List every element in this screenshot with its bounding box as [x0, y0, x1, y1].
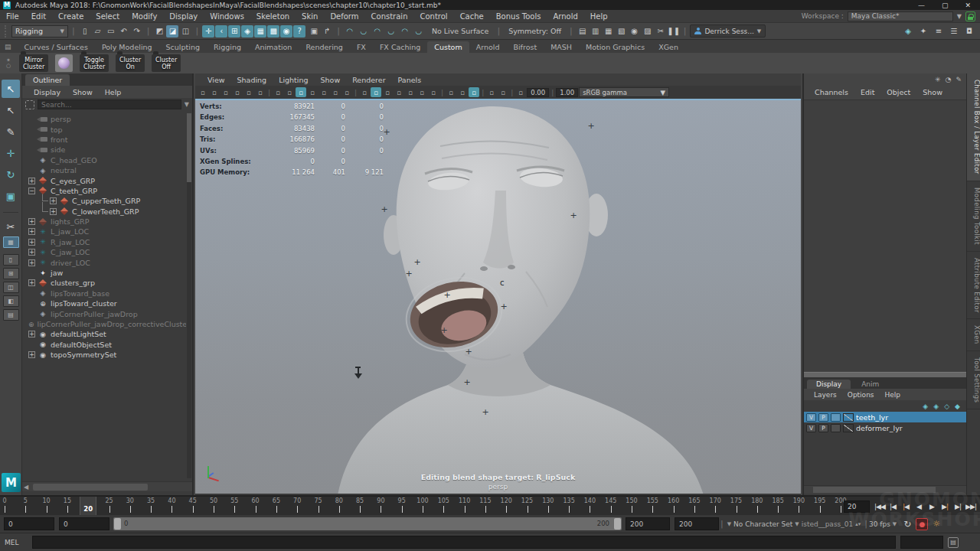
layer-visibility-toggle[interactable]: V: [806, 424, 816, 432]
expand-icon[interactable]: +: [28, 331, 35, 337]
outliner-item-jaw[interactable]: ✦jaw: [22, 268, 186, 278]
screen-space-ao-icon[interactable]: ▫: [416, 87, 427, 97]
shelf-tab-motion-graphics[interactable]: Motion Graphics: [579, 41, 652, 53]
range-end-handle[interactable]: [614, 518, 621, 530]
search-input[interactable]: [38, 99, 181, 109]
locator-cross-icon[interactable]: +: [440, 328, 447, 334]
play-backwards-icon[interactable]: ◀: [913, 500, 925, 513]
layer-menu-help[interactable]: Help: [880, 391, 906, 399]
exposure-field[interactable]: 0.00: [527, 88, 549, 97]
menu-control[interactable]: Control: [413, 11, 453, 22]
channel-box-menu-channels[interactable]: Channels: [808, 88, 854, 96]
outliner-item-clusters-grp[interactable]: +clusters_grp: [22, 278, 186, 288]
outliner-item-c-lowerteeth-grp[interactable]: +C_lowerTeeth_GRP: [22, 207, 186, 217]
locator-cross-icon[interactable]: +: [465, 349, 472, 355]
outliner-item-persp[interactable]: persp: [22, 114, 186, 124]
step-back-frame-icon[interactable]: |◀: [887, 500, 899, 513]
snap-curve-icon[interactable]: ‹: [215, 25, 227, 37]
hypershade-icon[interactable]: ◉: [629, 25, 641, 37]
redo-icon[interactable]: ↷: [131, 25, 143, 37]
channel-show-manipulators-icon[interactable]: ✳: [935, 76, 941, 83]
snap-together-icon[interactable]: ?: [293, 25, 305, 37]
chevron-down-icon[interactable]: ▼: [727, 521, 731, 527]
locator-cross-icon[interactable]: +: [463, 380, 470, 386]
minimize-icon[interactable]: —: [918, 2, 925, 9]
layer-menu-options[interactable]: Options: [842, 391, 880, 399]
outliner-item-side[interactable]: side: [22, 145, 186, 155]
colorspace-dropdown[interactable]: sRGB gamma▼: [579, 87, 669, 97]
outliner-item-lipstoward-base[interactable]: ◈lipsToward_base: [22, 289, 186, 298]
new-scene-icon[interactable]: ▯: [79, 25, 91, 37]
go-to-start-icon[interactable]: |◀◀: [874, 500, 886, 513]
locator-cross-icon[interactable]: +: [443, 292, 450, 298]
custom-layout-icon[interactable]: ▤: [3, 309, 19, 321]
outliner-item-front[interactable]: front: [22, 135, 186, 145]
two-d-pan-icon[interactable]: ▫: [255, 87, 266, 97]
shelf-tab-mash[interactable]: MASH: [544, 41, 579, 53]
outliner-horizontal-scrollbar[interactable]: ◀: [22, 481, 192, 491]
auto-keyframe-icon[interactable]: ●: [916, 518, 928, 530]
outliner-item-toposymmetryset[interactable]: +◉topoSymmetrySet: [22, 350, 186, 360]
current-layout-icon[interactable]: ▦: [3, 236, 19, 248]
shelf-tab-poly-modeling[interactable]: Poly Modeling: [95, 41, 159, 53]
outliner-item-driver-loc[interactable]: +✳driver_LOC: [22, 257, 186, 267]
lock-selection-icon[interactable]: ▣: [308, 25, 320, 37]
viewport-menu-show[interactable]: Show: [315, 76, 347, 84]
shelf-tab-custom[interactable]: Custom: [427, 41, 469, 53]
open-scene-icon[interactable]: ▱: [92, 25, 104, 37]
shadows-icon[interactable]: ▫: [405, 87, 416, 97]
outliner-item-c-eyes-grp[interactable]: +C_eyes_GRP: [22, 175, 186, 185]
user-account-chip[interactable]: Derrick Sess... ▼: [690, 24, 766, 37]
shelf-tab-arnold[interactable]: Arnold: [469, 41, 507, 53]
chevron-down-icon[interactable]: ▼: [957, 13, 962, 20]
viewport-menu-renderer[interactable]: Renderer: [346, 76, 391, 84]
menu-select[interactable]: Select: [90, 11, 126, 22]
layer-tab-display[interactable]: Display: [807, 380, 851, 389]
select-camera-icon[interactable]: ▫: [198, 87, 208, 97]
cluster-deformer-icon[interactable]: ◠: [344, 25, 356, 37]
persp-outliner-layout-icon[interactable]: ◫: [3, 282, 19, 293]
layer-from-selected-icon[interactable]: ◆: [955, 403, 960, 410]
bind-skin-icon[interactable]: ◡: [385, 25, 397, 37]
range-bar[interactable]: 0 200: [113, 517, 622, 530]
outliner-item-defaultobjectset[interactable]: ◉defaultObjectSet: [22, 340, 186, 350]
fps-menu[interactable]: 30 fps: [869, 520, 890, 528]
sidebar-tab-xgen[interactable]: XGen: [967, 319, 980, 351]
select-by-name-icon[interactable]: [25, 100, 34, 109]
sidebar-tab-tool-settings[interactable]: Tool Settings: [967, 351, 980, 409]
playblast-icon[interactable]: ▤: [577, 25, 589, 37]
expand-icon[interactable]: +: [28, 218, 35, 225]
character-controls-icon[interactable]: ✦: [917, 25, 929, 37]
paint-select-tool-icon[interactable]: ✎: [2, 122, 20, 141]
sidebar-tab-channel-box-layer-editor[interactable]: Channel Box / Layer Editor: [967, 73, 980, 181]
step-forward-key-icon[interactable]: ▶|: [939, 500, 951, 513]
snap-move-icon[interactable]: ✛: [202, 25, 214, 37]
locator-cross-icon[interactable]: +: [413, 259, 420, 266]
channel-box-menu-edit[interactable]: Edit: [854, 88, 880, 96]
panel-splitter[interactable]: [804, 372, 968, 378]
make-live-icon[interactable]: ◉: [280, 25, 292, 37]
playback-end-field[interactable]: [626, 517, 670, 530]
isolate-select-icon[interactable]: ▫: [469, 87, 479, 97]
outliner-item-neutral[interactable]: ◈neutral: [22, 165, 186, 175]
bookmark-icon[interactable]: ▫: [232, 87, 243, 97]
command-result-field[interactable]: [900, 536, 943, 549]
layer-color-swatch[interactable]: [843, 424, 854, 432]
attribute-editor-toggle-icon[interactable]: ☰: [948, 25, 960, 37]
shelf-button-toggle-cluster[interactable]: ToggleCluster: [80, 54, 109, 72]
timeline-ruler[interactable]: 0510152025303540455055606570758085909510…: [5, 497, 841, 517]
outliner-item-lipcornerpuller-jawdrop-correctivecluster[interactable]: ⊕lipCornerPuller_jawDrop_correctiveClust…: [22, 319, 186, 329]
outliner-item-top[interactable]: top: [22, 124, 186, 134]
field-chart-icon[interactable]: ▫: [318, 87, 329, 97]
menuset-dropdown[interactable]: Rigging▼: [11, 25, 68, 37]
channel-box-menu-object[interactable]: Object: [880, 88, 916, 96]
command-language-toggle[interactable]: MEL: [5, 539, 28, 546]
cut-icon[interactable]: ✂: [655, 25, 667, 37]
last-tool-icon[interactable]: ✂: [2, 220, 20, 233]
collapse-icon[interactable]: −: [28, 187, 35, 194]
shelf-tab-sculpting[interactable]: Sculpting: [159, 41, 207, 53]
delta-mush-icon[interactable]: ◡: [358, 25, 370, 37]
render-view-icon[interactable]: ▥: [590, 25, 602, 37]
viewport-menu-panels[interactable]: Panels: [392, 76, 428, 84]
live-surface-field[interactable]: No Live Surface: [427, 27, 494, 35]
